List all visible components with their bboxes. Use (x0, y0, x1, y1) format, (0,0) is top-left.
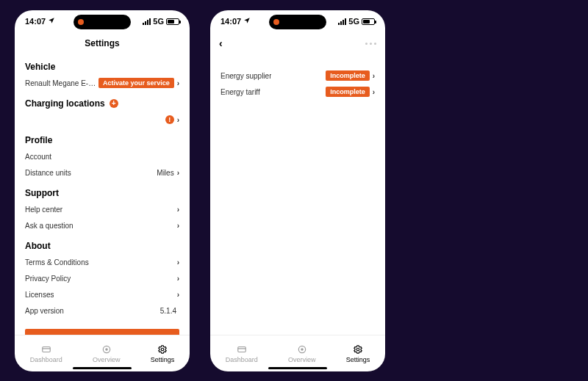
battery-icon (166, 18, 179, 25)
svg-point-6 (301, 348, 303, 349)
status-time: 14:07 (220, 17, 241, 26)
network-label: 5G (153, 17, 164, 26)
dynamic-island (269, 15, 326, 29)
dynamic-island (74, 15, 131, 29)
nav-header: Settings (15, 32, 190, 54)
chevron-right-icon: › (177, 258, 179, 266)
row-charging-alert[interactable]: ! › (25, 112, 179, 128)
status-time: 14:07 (25, 17, 46, 26)
chevron-right-icon: › (373, 72, 375, 80)
chevron-right-icon: › (177, 116, 179, 124)
row-distance-units[interactable]: Distance units Miles › (25, 164, 179, 181)
activate-service-button[interactable]: Activate your service (98, 78, 174, 88)
row-vehicle[interactable]: Renault Megane E-Tech… Activate your ser… (25, 75, 179, 91)
battery-icon (362, 18, 375, 25)
section-charging: Charging locations + (25, 98, 179, 109)
settings-icon (157, 344, 168, 355)
row-privacy[interactable]: Privacy Policy › (25, 270, 179, 286)
row-energy-supplier[interactable]: Energy supplier Incomplete › (220, 68, 375, 84)
more-button[interactable] (365, 43, 376, 45)
tab-settings[interactable]: Settings (151, 344, 175, 363)
tab-overview[interactable]: Overview (288, 344, 316, 363)
nav-header: ‹ (210, 32, 385, 54)
incomplete-badge: Incomplete (326, 87, 370, 97)
home-indicator (73, 367, 132, 369)
phone-settings: 14:07 5G Settings Vehicle Renault Megane… (15, 10, 190, 371)
dashboard-icon (237, 344, 247, 355)
chevron-right-icon: › (177, 79, 179, 87)
row-help-center[interactable]: Help center › (25, 201, 179, 217)
tab-dashboard[interactable]: Dashboard (30, 344, 62, 363)
row-app-version: App version 5.1.4 (25, 302, 179, 319)
home-indicator (268, 367, 327, 369)
svg-rect-4 (237, 346, 245, 352)
chevron-right-icon: › (177, 291, 179, 299)
section-vehicle: Vehicle (25, 62, 179, 72)
row-terms[interactable]: Terms & Conditions › (25, 254, 179, 270)
add-location-button[interactable]: + (110, 99, 118, 108)
overview-icon (101, 344, 112, 355)
tab-bar: Dashboard Overview Settings (15, 335, 190, 371)
signal-icon (338, 18, 346, 25)
chevron-right-icon: › (177, 206, 179, 214)
row-licenses[interactable]: Licenses › (25, 286, 179, 302)
dashboard-icon (41, 344, 51, 355)
tab-settings[interactable]: Settings (346, 344, 370, 363)
signal-icon (143, 18, 151, 25)
sign-out-button[interactable]: Sign out (25, 329, 179, 335)
tab-dashboard[interactable]: Dashboard (226, 344, 258, 363)
chevron-right-icon: › (373, 88, 375, 96)
svg-rect-0 (42, 346, 50, 352)
network-label: 5G (348, 17, 359, 26)
section-support: Support (25, 188, 179, 198)
svg-point-2 (106, 348, 107, 349)
warning-icon: ! (165, 115, 174, 124)
back-button[interactable]: ‹ (219, 37, 223, 49)
distance-value: Miles (157, 169, 173, 177)
row-account[interactable]: Account (25, 148, 179, 164)
section-profile: Profile (25, 135, 179, 145)
chevron-right-icon: › (177, 222, 179, 230)
location-icon (243, 17, 251, 26)
version-value: 5.1.4 (160, 307, 176, 315)
location-icon (48, 17, 55, 26)
row-ask-question[interactable]: Ask a question › (25, 217, 179, 233)
overview-icon (297, 344, 307, 355)
energy-content: Energy supplier Incomplete › Energy tari… (210, 54, 385, 335)
tab-bar: Dashboard Overview Settings (210, 335, 385, 371)
vehicle-name: Renault Megane E-Tech… (25, 79, 98, 87)
page-title: Settings (85, 38, 119, 48)
chevron-right-icon: › (177, 275, 179, 283)
section-about: About (25, 241, 179, 251)
phone-energy: 14:07 5G ‹ Energy supplier Incomplete › (210, 10, 385, 371)
chevron-right-icon: › (177, 169, 179, 177)
incomplete-badge: Incomplete (326, 70, 370, 81)
status-bar: 14:07 5G (210, 10, 385, 32)
svg-point-3 (161, 348, 164, 351)
tab-overview[interactable]: Overview (93, 344, 121, 363)
settings-content: Vehicle Renault Megane E-Tech… Activate … (15, 54, 190, 335)
row-energy-tariff[interactable]: Energy tariff Incomplete › (220, 84, 375, 100)
svg-point-7 (356, 348, 359, 351)
settings-icon (353, 344, 363, 355)
status-bar: 14:07 5G (15, 10, 190, 32)
